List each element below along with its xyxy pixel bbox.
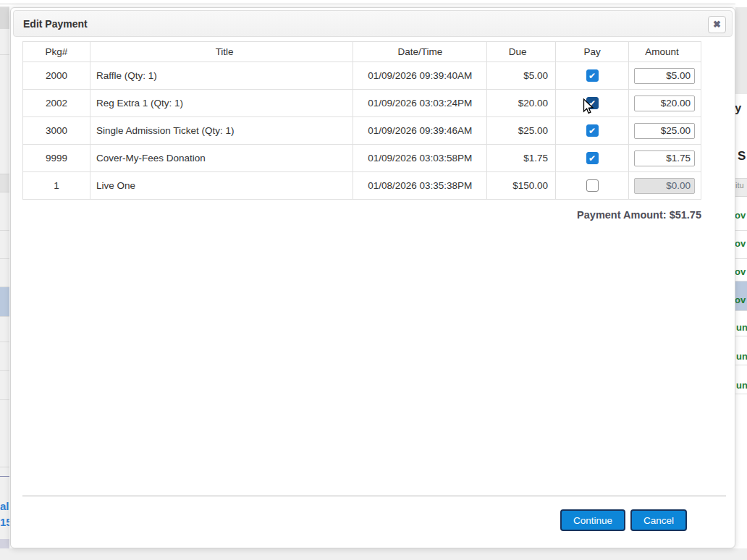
amount-cell [628, 62, 701, 90]
datetime-cell: 01/08/2026 03:35:38PM [353, 172, 487, 200]
footer-divider [22, 496, 726, 496]
datetime-cell: 01/09/2026 09:39:46AM [353, 117, 487, 145]
dialog-titlebar[interactable]: Edit Payment ✖ [13, 10, 733, 37]
background-row-divider [0, 370, 9, 371]
due-cell: $1.75 [487, 145, 556, 172]
title-cell: Cover-My-Fees Donation [90, 145, 353, 172]
background-status-fragment: rov [735, 210, 746, 221]
pay-cell: ✔ [556, 145, 629, 172]
amount-input[interactable] [634, 123, 695, 139]
background-left-strip: al 15 [0, 6, 9, 560]
background-row-divider [735, 310, 747, 311]
background-heading-fragment: S [738, 149, 746, 164]
background-row-divider [0, 316, 9, 317]
column-header-pay: Pay [556, 42, 629, 62]
pay-cell: ✔ [556, 90, 629, 117]
pay-checkbox[interactable]: ✔ [586, 124, 599, 137]
pay-cell [556, 172, 629, 200]
column-header-date-time: Date/Time [353, 42, 487, 62]
payment-table-body: 2000Raffle (Qty: 1)01/09/2026 09:39:40AM… [23, 62, 701, 200]
background-row-divider [735, 230, 747, 231]
pkg-number-cell: 3000 [23, 117, 90, 145]
pkg-number-cell: 1 [23, 172, 90, 200]
column-header-title: Title [90, 42, 353, 62]
pay-checkbox[interactable]: ✔ [586, 97, 599, 109]
background-status-fragment: rov [735, 238, 746, 249]
background-column-header-fragment: itu [735, 181, 744, 190]
edit-payment-dialog: Edit Payment ✖ Pkg#TitleDate/TimeDuePayA… [10, 7, 735, 548]
pay-checkbox[interactable] [586, 179, 599, 192]
amount-input[interactable] [634, 96, 695, 111]
pkg-number-cell: 2000 [23, 62, 90, 90]
due-cell: $150.00 [487, 172, 556, 200]
background-section-divider [0, 476, 9, 477]
table-row: 1Live One01/08/2026 03:35:38PM$150.00 [23, 172, 701, 200]
datetime-cell: 01/09/2026 03:03:58PM [353, 145, 487, 172]
table-row: 9999Cover-My-Fees Donation01/09/2026 03:… [23, 145, 701, 172]
table-row: 2002Reg Extra 1 (Qty: 1)01/09/2026 03:03… [23, 90, 701, 117]
background-status-fragment: rov [735, 294, 746, 305]
pkg-number-cell: 2002 [23, 90, 90, 117]
amount-cell [628, 145, 701, 172]
background-fund-fragment: un [736, 322, 747, 333]
background-row-divider [0, 341, 9, 342]
title-cell: Reg Extra 1 (Qty: 1) [90, 90, 353, 117]
background-amount-text-fragment: 15 [0, 516, 9, 528]
column-header-due: Due [487, 42, 556, 62]
background-divider-line [0, 4, 747, 4]
amount-input[interactable] [634, 150, 695, 166]
amount-input [634, 178, 695, 194]
pay-cell: ✔ [556, 117, 629, 145]
amount-cell [628, 117, 701, 145]
background-fund-fragment: un [736, 380, 747, 391]
background-right-header-block [735, 7, 747, 94]
column-header-amount: Amount [628, 42, 701, 62]
close-icon[interactable]: ✖ [708, 16, 726, 33]
payment-amount-total: Payment Amount: $51.75 [22, 209, 701, 221]
background-row-divider [0, 258, 9, 259]
title-cell: Single Admission Ticket (Qty: 1) [90, 117, 353, 145]
background-left-column-header-band [0, 174, 9, 192]
background-row-divider [735, 336, 747, 336]
pay-checkbox[interactable]: ✔ [586, 152, 599, 164]
background-left-header-block [0, 7, 9, 29]
background-row-divider [0, 399, 9, 400]
table-header-row: Pkg#TitleDate/TimeDuePayAmount [23, 42, 701, 62]
datetime-cell: 01/09/2026 03:03:24PM [353, 90, 487, 117]
amount-input[interactable] [634, 68, 695, 84]
continue-button[interactable]: Continue [560, 509, 625, 531]
title-cell: Raffle (Qty: 1) [90, 62, 353, 90]
pay-checkbox[interactable]: ✔ [586, 69, 599, 82]
background-bottom-strip [0, 548, 747, 560]
background-row-divider [0, 467, 9, 467]
cancel-button[interactable]: Cancel [630, 509, 687, 531]
background-total-text-fragment: al [0, 500, 9, 512]
payment-items-table: Pkg#TitleDate/TimeDuePayAmount 2000Raffl… [22, 41, 701, 200]
dialog-title: Edit Payment [23, 18, 88, 30]
pkg-number-cell: 9999 [23, 145, 90, 172]
background-fund-fragment: un [736, 351, 747, 362]
table-row: 2000Raffle (Qty: 1)01/09/2026 09:39:40AM… [23, 62, 701, 90]
background-heading-fragment: ty [735, 102, 741, 115]
due-cell: $5.00 [487, 62, 556, 90]
background-row-divider [0, 54, 9, 55]
background-right-strip: ty S itu rovrovrovrovununun [735, 0, 747, 560]
due-cell: $25.00 [487, 117, 556, 145]
datetime-cell: 01/09/2026 09:39:40AM [353, 62, 487, 90]
table-row: 3000Single Admission Ticket (Qty: 1)01/0… [23, 117, 701, 145]
background-row-divider [735, 394, 747, 394]
due-cell: $20.00 [487, 90, 556, 117]
title-cell: Live One [90, 172, 353, 200]
background-status-fragment: rov [735, 266, 746, 277]
dialog-button-row: Continue Cancel [560, 509, 687, 531]
background-row-divider [735, 365, 747, 365]
background-row-divider [0, 230, 9, 231]
column-header-pkg-: Pkg# [23, 42, 90, 62]
pay-cell: ✔ [556, 62, 629, 90]
background-selected-row-highlight [0, 287, 9, 316]
amount-cell [628, 90, 701, 117]
amount-cell [628, 172, 701, 200]
background-row-divider [735, 258, 747, 259]
